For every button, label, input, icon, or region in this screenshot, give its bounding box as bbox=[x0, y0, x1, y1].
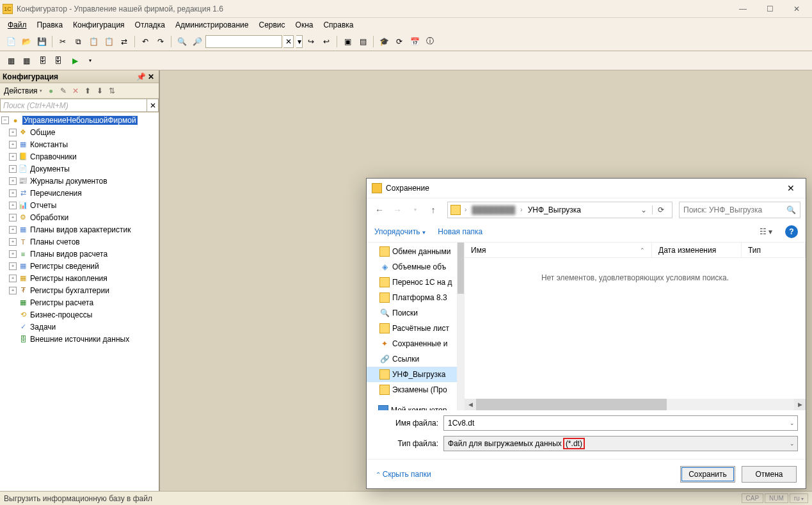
nav-back-icon[interactable]: ← bbox=[372, 202, 387, 218]
col-date[interactable]: Дата изменения bbox=[652, 243, 742, 257]
search-dropdown-icon[interactable]: ▾ bbox=[296, 35, 303, 48]
sort-icon[interactable]: ⇅ bbox=[106, 85, 118, 97]
menu-service[interactable]: Сервис bbox=[255, 19, 289, 31]
tree-item[interactable]: +₮Регистры бухгалтерии bbox=[0, 284, 159, 296]
dropdown-icon[interactable]: ⌄ bbox=[790, 420, 795, 426]
tree1-icon[interactable]: ▦ bbox=[4, 54, 18, 68]
find-next-icon[interactable]: 🔎 bbox=[190, 35, 204, 49]
config-tree[interactable]: −●УправлениеНебольшойФирмой +❖Общие +▦Ко… bbox=[0, 113, 159, 491]
dialog-nav-tree[interactable]: Обмен данными ◈Объемные объ Перенос 1С н… bbox=[367, 243, 458, 410]
tree-root[interactable]: −●УправлениеНебольшойФирмой bbox=[0, 114, 159, 126]
paste-icon[interactable]: 📋 bbox=[86, 35, 100, 49]
tree-item[interactable]: +⇄Перечисления bbox=[0, 187, 159, 199]
nav-item-selected[interactable]: УНФ_Выгрузка bbox=[367, 367, 457, 382]
nav-history-icon[interactable]: ▾ bbox=[408, 202, 423, 218]
menu-windows[interactable]: Окна bbox=[292, 19, 317, 31]
menu-edit[interactable]: Правка bbox=[33, 19, 67, 31]
search-icon[interactable]: 🔍 bbox=[786, 205, 796, 214]
find-icon[interactable]: 🔍 bbox=[175, 35, 189, 49]
scroll-right-icon[interactable]: ▶ bbox=[794, 399, 806, 410]
sidebar-search-clear-icon[interactable]: ✕ bbox=[147, 99, 159, 112]
nav-item[interactable]: Расчётные лист bbox=[367, 321, 457, 336]
refresh-icon[interactable]: ⟳ bbox=[392, 35, 406, 49]
filetype-combo[interactable]: Файл для выгружаемых данных (*.dt)⌄ bbox=[443, 436, 798, 451]
window1-icon[interactable]: ▣ bbox=[340, 35, 354, 49]
search-clear-icon[interactable]: ✕ bbox=[283, 35, 294, 48]
actions-menu[interactable]: Действия bbox=[3, 86, 39, 95]
nav-item[interactable]: Перенос 1С на д bbox=[367, 275, 457, 290]
delete-icon[interactable]: ✕ bbox=[70, 85, 81, 97]
close-button[interactable]: ✕ bbox=[784, 1, 809, 17]
save-button[interactable]: Сохранить bbox=[680, 466, 735, 483]
pin-icon[interactable]: 📌 bbox=[136, 72, 146, 82]
copy-icon[interactable]: ⧉ bbox=[71, 35, 85, 49]
nav-scrollbar[interactable] bbox=[458, 243, 464, 410]
tree-item[interactable]: +📊Отчеты bbox=[0, 199, 159, 211]
nav-item[interactable]: Обмен данными bbox=[367, 244, 457, 259]
scroll-left-icon[interactable]: ◀ bbox=[465, 399, 476, 410]
tree-item[interactable]: ⟲Бизнес-процессы bbox=[0, 309, 159, 321]
tree-item[interactable]: ▦Регистры расчета bbox=[0, 296, 159, 309]
tree-item[interactable]: +📒Справочники bbox=[0, 150, 159, 163]
add-icon[interactable]: ● bbox=[45, 85, 57, 97]
tree-item[interactable]: ✓Задачи bbox=[0, 321, 159, 333]
dialog-search[interactable]: 🔍 bbox=[679, 202, 800, 218]
list-hscrollbar[interactable]: ◀ ▶ bbox=[465, 399, 806, 410]
tree-item[interactable]: +▦Планы видов характеристик bbox=[0, 223, 159, 236]
calendar-icon[interactable]: 📅 bbox=[408, 35, 422, 49]
refresh-icon[interactable]: ⟳ bbox=[652, 205, 669, 214]
cut-icon[interactable]: ✂ bbox=[56, 35, 70, 49]
breadcrumb-current[interactable]: УНФ_Выгрузка bbox=[525, 205, 584, 214]
breadcrumb-parent[interactable]: ████████ bbox=[469, 205, 518, 214]
tree-item[interactable]: +TПланы счетов bbox=[0, 236, 159, 248]
dialog-search-input[interactable] bbox=[683, 205, 786, 214]
cancel-button[interactable]: Отмена bbox=[742, 466, 797, 483]
db1-icon[interactable]: 🗄 bbox=[36, 54, 50, 68]
breadcrumb[interactable]: › ████████ › УНФ_Выгрузка ⌄ ⟳ bbox=[447, 202, 673, 218]
menu-help[interactable]: Справка bbox=[319, 19, 357, 31]
tree-item[interactable]: +❖Общие bbox=[0, 126, 159, 138]
edit-icon[interactable]: ✎ bbox=[58, 85, 69, 97]
nav-item[interactable]: 🔍Поиски bbox=[367, 305, 457, 321]
actions-dropdown-icon[interactable]: ▾ bbox=[40, 88, 45, 93]
sidebar-search-input[interactable] bbox=[0, 99, 147, 112]
search-input[interactable] bbox=[205, 35, 282, 48]
undo-icon[interactable]: ↶ bbox=[138, 35, 152, 49]
dropdown-icon[interactable]: ⌄ bbox=[790, 440, 795, 447]
nav-up-icon[interactable]: ↑ bbox=[426, 202, 441, 218]
tree-item[interactable]: +▦Константы bbox=[0, 138, 159, 150]
breadcrumb-dropdown-icon[interactable]: ⌄ bbox=[637, 205, 651, 214]
lang-indicator[interactable]: ru bbox=[790, 493, 808, 503]
help-icon[interactable]: ? bbox=[785, 225, 798, 238]
down-icon[interactable]: ⬇ bbox=[94, 85, 106, 97]
redo-icon[interactable]: ↷ bbox=[154, 35, 168, 49]
minimize-button[interactable]: — bbox=[730, 1, 756, 17]
save-icon[interactable]: 💾 bbox=[35, 35, 49, 49]
menu-file[interactable]: Файл bbox=[4, 19, 31, 31]
tree-item[interactable]: +⚙Обработки bbox=[0, 211, 159, 223]
compare-icon[interactable]: ⇄ bbox=[117, 35, 131, 49]
run-dropdown-icon[interactable]: ▾ bbox=[83, 54, 97, 68]
menu-config[interactable]: Конфигурация bbox=[69, 19, 129, 31]
nav-computer[interactable]: ⌄Мой компьютер bbox=[367, 403, 457, 410]
info-icon[interactable]: ⓘ bbox=[423, 35, 437, 49]
tree-item[interactable]: +▦Регистры накопления bbox=[0, 272, 159, 284]
open-icon[interactable]: 📂 bbox=[19, 35, 33, 49]
filename-input[interactable]: 1Cv8.dt⌄ bbox=[443, 415, 798, 431]
db2-icon[interactable]: 🗄 bbox=[51, 54, 65, 68]
up-icon[interactable]: ⬆ bbox=[82, 85, 93, 97]
tree-item[interactable]: +📰Журналы документов bbox=[0, 175, 159, 187]
tree2-icon[interactable]: ▦ bbox=[19, 54, 33, 68]
tree-item[interactable]: +▦Регистры сведений bbox=[0, 260, 159, 272]
tree-item[interactable]: +≡Планы видов расчета bbox=[0, 248, 159, 260]
nav-item[interactable]: ◈Объемные объ bbox=[367, 259, 457, 275]
maximize-button[interactable]: ☐ bbox=[757, 1, 783, 17]
replace-icon[interactable]: ↩ bbox=[319, 35, 333, 49]
new-folder-button[interactable]: Новая папка bbox=[438, 227, 482, 236]
goto-icon[interactable]: ↪ bbox=[304, 35, 318, 49]
dialog-close-button[interactable]: ✕ bbox=[781, 180, 800, 196]
nav-item[interactable]: Платформа 8.3 bbox=[367, 290, 457, 305]
paste-special-icon[interactable]: 📋 bbox=[102, 35, 116, 49]
nav-item[interactable]: ✦Сохраненные и bbox=[367, 336, 457, 351]
col-name[interactable]: Имя⌃ bbox=[465, 243, 652, 257]
